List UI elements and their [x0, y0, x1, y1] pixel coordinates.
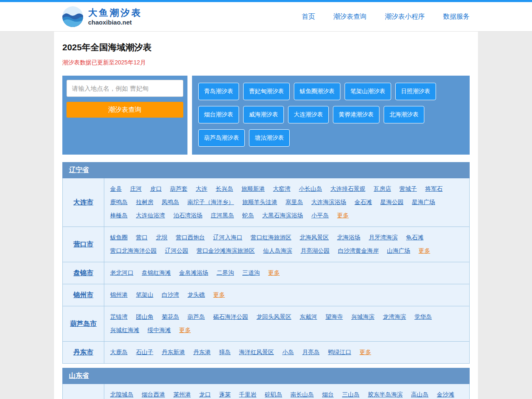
location-link[interactable]: 大连仙浴湾 [136, 212, 165, 219]
location-link[interactable]: 小长山岛 [299, 185, 322, 193]
location-link[interactable]: 龙头礁 [187, 291, 205, 299]
location-link[interactable]: 大连 [196, 185, 207, 193]
location-link[interactable]: 月亮湖公园 [300, 247, 330, 255]
location-link[interactable]: 莱州港 [173, 391, 191, 399]
location-link[interactable]: 鲅鱼圈 [110, 234, 128, 241]
location-link[interactable]: 仙人岛海滨 [263, 247, 292, 255]
city-link[interactable]: 营口市 [74, 240, 94, 249]
more-link[interactable]: 更多 [419, 247, 430, 255]
quick-link-button-8[interactable]: 黄骅港潮汐表 [333, 106, 379, 123]
more-link[interactable]: 更多 [213, 291, 225, 299]
city-link[interactable]: 大连市 [74, 198, 94, 207]
location-link[interactable]: 白沙湾 [162, 291, 179, 299]
location-link[interactable]: 龙湾海滨 [383, 313, 406, 321]
quick-link-button-1[interactable]: 曹妃甸潮汐表 [243, 83, 290, 100]
location-link[interactable]: 金石滩 [355, 199, 372, 206]
location-link[interactable]: 星海公园 [380, 199, 404, 206]
province-link[interactable]: 山东省 [69, 372, 89, 379]
location-link[interactable]: 东戴河 [300, 313, 317, 321]
location-link[interactable]: 北坝 [156, 234, 167, 241]
location-link[interactable]: 大黑石海滨浴场 [262, 212, 303, 219]
location-link[interactable]: 三道沟 [242, 269, 260, 277]
location-link[interactable]: 鹿鸣岛 [110, 199, 128, 206]
nav-link-2[interactable]: 潮汐表小程序 [385, 12, 425, 21]
location-link[interactable]: 塞里岛 [286, 199, 303, 206]
city-link[interactable]: 锦州市 [74, 291, 94, 300]
location-link[interactable]: 大窑湾 [273, 185, 291, 193]
search-input[interactable] [66, 80, 183, 97]
location-link[interactable]: 老北河口 [110, 269, 133, 277]
quick-link-button-7[interactable]: 大连潮汐表 [288, 106, 329, 123]
location-link[interactable]: 龟石滩 [406, 234, 424, 241]
location-link[interactable]: 白沙湾黄金海岸 [338, 247, 379, 255]
location-link[interactable]: 营口西炮台 [176, 234, 205, 241]
location-link[interactable]: 胶东半岛海滨 [368, 391, 403, 399]
location-link[interactable]: 大连海滨浴场 [311, 199, 346, 206]
location-link[interactable]: 营口红海旅游区 [251, 234, 291, 241]
location-link[interactable]: 葫芦岛 [187, 313, 205, 321]
quick-link-button-0[interactable]: 青岛潮汐表 [198, 83, 239, 100]
location-link[interactable]: 营城子 [399, 185, 417, 193]
location-link[interactable]: 瓦房店 [374, 185, 391, 193]
location-link[interactable]: 兴城海滨 [351, 313, 374, 321]
location-link[interactable]: 泊石湾浴场 [173, 212, 202, 219]
location-link[interactable]: 菊花岛 [162, 313, 179, 321]
location-link[interactable]: 大连排石景观 [330, 185, 365, 193]
location-link[interactable]: 旅顺新港 [241, 185, 265, 193]
location-link[interactable]: 盘锦红海滩 [142, 269, 171, 277]
location-link[interactable]: 二界沟 [217, 269, 234, 277]
location-link[interactable]: 千里岩 [239, 391, 256, 399]
location-link[interactable]: 棒棰岛 [110, 212, 128, 219]
location-link[interactable]: 营口金沙滩海滨旅游区 [197, 247, 255, 255]
location-link[interactable]: 觉华岛 [414, 313, 432, 321]
location-link[interactable]: 南坨子（海洋乡） [187, 199, 234, 206]
location-link[interactable]: 月亮岛 [302, 349, 320, 356]
location-link[interactable]: 望海寺 [325, 313, 343, 321]
location-link[interactable]: 丹东新港 [162, 349, 185, 356]
quick-link-button-2[interactable]: 鲅鱼圈潮汐表 [294, 83, 340, 100]
location-link[interactable]: 龙回头风景区 [256, 313, 291, 321]
nav-link-1[interactable]: 潮汐表查询 [333, 12, 367, 21]
location-link[interactable]: 长兴岛 [216, 185, 233, 193]
location-link[interactable]: 将军石 [425, 185, 443, 193]
location-link[interactable]: 小平岛 [311, 212, 329, 219]
province-link[interactable]: 辽宁省 [69, 166, 89, 173]
more-link[interactable]: 更多 [360, 349, 371, 356]
nav-link-0[interactable]: 首页 [302, 12, 315, 21]
more-link[interactable]: 更多 [179, 327, 191, 334]
location-link[interactable]: 庄河黑岛 [211, 212, 234, 219]
location-link[interactable]: 丹东港 [193, 349, 211, 356]
location-link[interactable]: 金沙滩 [437, 391, 454, 399]
quick-link-button-11[interactable]: 塘沽潮汐表 [249, 129, 290, 147]
location-link[interactable]: 烟台 [322, 391, 334, 399]
location-link[interactable]: 营口 [136, 234, 148, 241]
location-link[interactable]: 南长山岛 [291, 391, 314, 399]
location-link[interactable]: 鸭绿江口 [328, 349, 351, 356]
location-link[interactable]: 辽河入海口 [213, 234, 242, 241]
location-link[interactable]: 蓬莱 [219, 391, 231, 399]
quick-link-button-5[interactable]: 烟台潮汐表 [198, 106, 239, 123]
location-link[interactable]: 拉树房 [136, 199, 153, 206]
location-link[interactable]: 獐岛 [219, 349, 231, 356]
more-link[interactable]: 更多 [268, 269, 280, 277]
quick-link-button-6[interactable]: 威海潮汐表 [243, 106, 284, 123]
city-link[interactable]: 葫芦岛市 [70, 320, 97, 328]
quick-link-button-10[interactable]: 葫芦岛潮汐表 [198, 129, 245, 147]
location-link[interactable]: 碣石海洋公园 [213, 313, 248, 321]
location-link[interactable]: 星海广场 [412, 199, 435, 206]
location-link[interactable]: 三山岛 [342, 391, 360, 399]
location-link[interactable]: 砣矶岛 [265, 391, 282, 399]
quick-link-button-4[interactable]: 日照潮汐表 [395, 83, 436, 100]
location-link[interactable]: 辽河公园 [165, 247, 188, 255]
location-link[interactable]: 皮口 [150, 185, 162, 193]
location-link[interactable]: 营口北海海洋公园 [110, 247, 157, 255]
quick-link-button-3[interactable]: 笔架山潮汐表 [345, 83, 391, 100]
location-link[interactable]: 北隍城岛 [110, 391, 133, 399]
city-link[interactable]: 丹东市 [74, 348, 94, 357]
nav-link-3[interactable]: 数据服务 [443, 12, 470, 21]
search-button[interactable]: 潮汐表查询 [66, 102, 183, 118]
location-link[interactable]: 庄河 [130, 185, 142, 193]
location-link[interactable]: 北海浴场 [337, 234, 360, 241]
location-link[interactable]: 团山角 [136, 313, 153, 321]
location-link[interactable]: 绥中海滩 [148, 327, 171, 334]
